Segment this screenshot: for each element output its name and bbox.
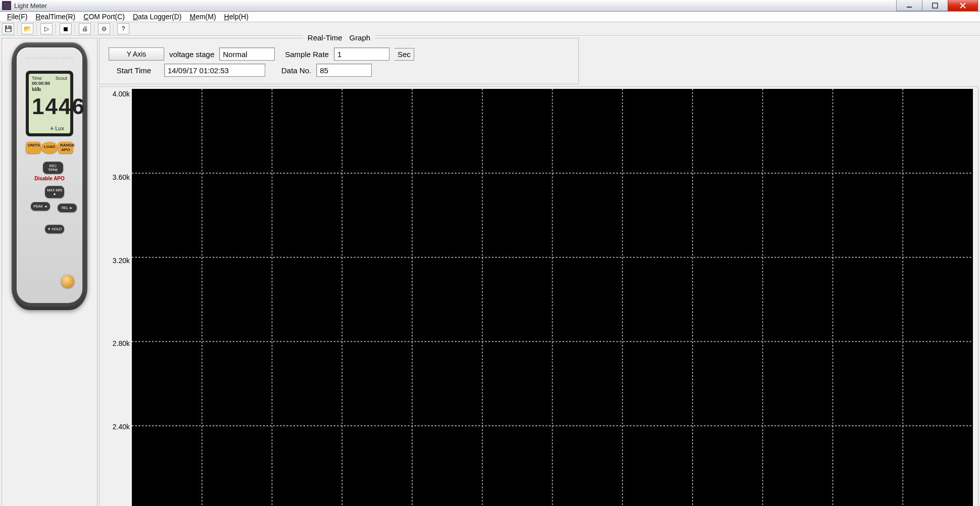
device-peak-button[interactable]: PEAK ◄	[31, 202, 50, 211]
menu-comport[interactable]: COM Port(C)	[79, 12, 129, 22]
svg-line-2	[960, 3, 965, 8]
print-icon[interactable]: 🖨	[79, 23, 91, 34]
chart-y-labels: 4.00k3.60k3.20k2.80k2.40k2.00k1.60k1.20k…	[102, 89, 132, 506]
device-power-button[interactable]	[61, 275, 74, 288]
client-area: DATA LOGGER LIGHT METER Time00:00:80 Sco…	[0, 36, 980, 506]
device-illustration: DATA LOGGER LIGHT METER Time00:00:80 Sco…	[12, 42, 87, 310]
device-panel: DATA LOGGER LIGHT METER Time00:00:80 Sco…	[2, 38, 97, 506]
datano-field[interactable]	[316, 64, 372, 77]
minimize-button[interactable]	[896, 0, 922, 11]
device-unit: Lux	[50, 125, 64, 131]
device-reading: 1446	[32, 95, 67, 118]
chart-area: 4.00k3.60k3.20k2.80k2.40k2.00k1.60k1.20k…	[99, 86, 978, 506]
groupbox-legend-graph: Graph	[349, 33, 370, 42]
device-range-button[interactable]: RANGE APO	[58, 141, 73, 154]
menu-mem[interactable]: Mem(M)	[186, 12, 220, 22]
samplerate-label: Sample Rate	[285, 50, 329, 59]
device-hold-button[interactable]: ▼ HOLD	[45, 225, 64, 233]
device-units-button[interactable]: UNITS	[26, 141, 41, 154]
maximize-button[interactable]	[922, 0, 948, 11]
stop-icon[interactable]: ◼	[60, 23, 72, 34]
app-icon	[2, 1, 11, 10]
groupbox-legend-realtime: Real-Time	[308, 33, 342, 42]
menu-datalogger[interactable]: Data Logger(D)	[129, 12, 186, 22]
voltage-label: voltage stage	[169, 50, 214, 59]
chart-plot[interactable]	[132, 89, 973, 506]
save-icon[interactable]: 💾	[2, 23, 14, 34]
device-load-button[interactable]: LOAD	[41, 141, 58, 154]
svg-rect-1	[933, 3, 938, 8]
svg-line-3	[960, 3, 965, 8]
starttime-label: Start Time	[109, 66, 159, 75]
device-rel-button[interactable]: REL ►	[58, 204, 77, 212]
open-icon[interactable]: 📂	[21, 23, 33, 34]
samplerate-field[interactable]	[334, 47, 389, 61]
yaxis-button[interactable]: Y Axis	[109, 47, 164, 61]
help-icon[interactable]: ?	[117, 23, 129, 34]
device-maxmin-button[interactable]: MAX MIN ▲	[45, 186, 64, 198]
datano-label: Data No.	[281, 66, 311, 75]
realtime-groupbox: Real-Time Graph Y Axis voltage stage Sam…	[99, 38, 579, 84]
menu-realtime[interactable]: RealTime(R)	[31, 12, 79, 22]
samplerate-unit: Sec	[395, 48, 414, 61]
device-lcd: Time00:00:80 Scout ⲒⲓⲓⲒⲓⲒⲒⲓⲓ 1446 Lux	[29, 74, 70, 133]
device-apo-label: Disable APO	[17, 176, 82, 181]
content-column: Real-Time Graph Y Axis voltage stage Sam…	[99, 38, 978, 506]
voltage-field[interactable]	[219, 47, 275, 61]
toolbar: 💾 📂 ▷ ◼ 🖨 ⊖ ?	[0, 22, 980, 36]
play-icon[interactable]: ▷	[40, 23, 53, 34]
title-bar: Light Meter	[0, 0, 980, 12]
window-buttons	[896, 0, 980, 11]
zoom-out-icon[interactable]: ⊖	[98, 23, 110, 34]
starttime-field[interactable]	[164, 64, 265, 77]
device-top-label: DATA LOGGER LIGHT METER	[17, 57, 82, 60]
close-button[interactable]	[948, 0, 978, 11]
menu-file[interactable]: File(F)	[3, 12, 31, 22]
menu-help[interactable]: Help(H)	[220, 12, 253, 22]
window-title: Light Meter	[14, 2, 47, 10]
device-dpad: MAX MIN ▲ PEAK ◄ REL ► ▼ HOLD	[33, 186, 76, 233]
device-rec-button[interactable]: REC Setup	[43, 162, 63, 174]
menu-bar: File(F) RealTime(R) COM Port(C) Data Log…	[0, 12, 980, 22]
